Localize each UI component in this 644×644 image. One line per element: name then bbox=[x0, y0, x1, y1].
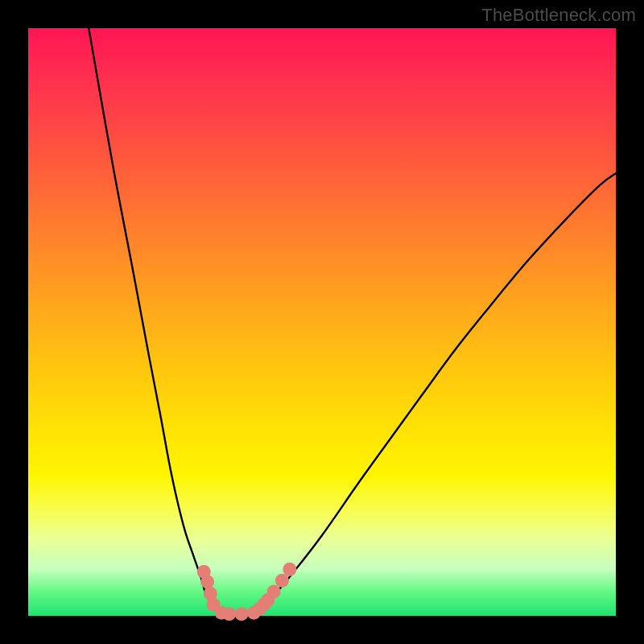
right-dot-6 bbox=[283, 563, 296, 576]
plot-area bbox=[28, 28, 616, 616]
floor-dot-2 bbox=[222, 607, 236, 621]
chart-frame: TheBottleneck.com bbox=[0, 0, 644, 644]
left-dot-2 bbox=[200, 575, 214, 588]
right-dot-4 bbox=[267, 585, 281, 599]
right-dot-5 bbox=[275, 574, 289, 588]
watermark-text: TheBottleneck.com bbox=[481, 5, 636, 26]
floor-dot-3 bbox=[234, 607, 248, 621]
curve-layer bbox=[28, 28, 616, 616]
bottleneck-curve bbox=[89, 28, 616, 615]
valley-markers bbox=[197, 563, 297, 621]
